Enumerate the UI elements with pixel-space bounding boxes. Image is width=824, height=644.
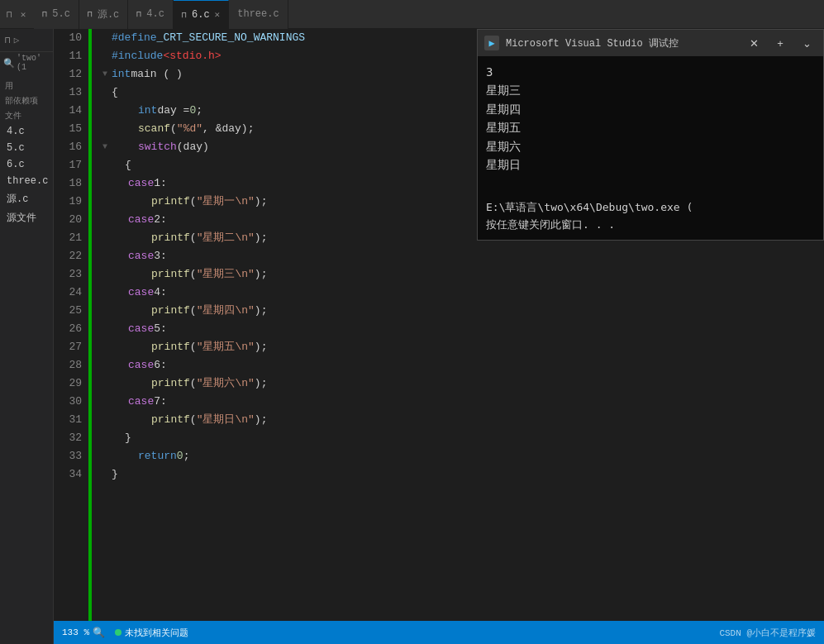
status-message-item[interactable]: 未找到相关问题 [115,627,188,639]
token-define: #define [112,29,157,47]
line-numbers: 1011121314151617181920212223242526272829… [54,29,88,621]
close-all-icon[interactable]: ✕ [17,7,30,21]
fold-icon-16[interactable]: ▼ [98,138,112,156]
line-number-34: 34 [54,465,82,484]
tab-label: 4.c [146,8,164,20]
console-output-line: 星期五 [486,118,815,136]
line-number-13: 13 [54,83,82,102]
line-number-22: 22 [54,247,82,265]
pin-icon[interactable]: ⊓ [3,7,16,21]
sidebar-search[interactable]: 🔍 'two' (1 [0,52,53,74]
sidebar-header: ⊓ ▷ [0,29,53,52]
tab-pin-icon: ⊓ [42,9,47,19]
sidebar-item-4c[interactable]: 4.c [0,123,53,140]
tab-pin-icon: ⊓ [182,10,187,20]
token-printf: printf [151,229,190,247]
tab-threec[interactable]: three.c [229,0,288,29]
token-case: case [128,356,154,374]
token-macro-name: _CRT_SECURE_NO_WARNINGS [157,29,305,47]
token-num: 0 [189,102,196,120]
sidebar: ⊓ ▷ 🔍 'two' (1 用 部依赖项 文件 4.c5.c6.cthree.… [0,29,54,644]
sidebar-item-源c[interactable]: 源.c [0,189,53,208]
zoom-item[interactable]: 133 % 🔍 [62,627,105,639]
code-line-33: return 0; [98,447,824,465]
token-printf-str: "星期日\n" [197,411,255,429]
tab-close-icon[interactable]: ✕ [215,9,221,20]
token-comma: , &day); [202,120,254,138]
console-menu-button[interactable]: ⌄ [797,35,817,51]
token-printf: printf [151,265,190,284]
console-close-button[interactable]: ✕ [744,35,764,51]
token-printf-paren: ( [190,265,197,284]
tab-bar: ⊓ ✕ ⊓5.c⊓源.c⊓4.c⊓6.c✕three.c [0,0,824,29]
fold-icon-12[interactable]: ▼ [98,65,112,83]
sidebar-item-源文件[interactable]: 源文件 [0,208,53,227]
sidebar-arrow-icon[interactable]: ▷ [14,35,20,45]
line-number-11: 11 [54,47,82,65]
token-printf-end: ); [255,265,268,284]
token-printf-str: "星期二\n" [197,229,255,247]
zoom-value: 133 % [62,627,89,637]
sidebar-item-5c[interactable]: 5.c [0,140,53,156]
token-brace: { [125,156,131,174]
token-case-num: 4: [154,284,167,302]
tab-4c[interactable]: ⊓4.c [128,0,174,29]
token-code: day = [157,102,189,120]
watermark: CSDN @小白不是程序媛 [719,627,816,639]
token-printf-str: "星期五\n" [197,338,255,356]
console-title-text: Microsoft Visual Studio 调试控 [506,36,737,50]
token-brace: { [112,83,118,102]
tab-6c[interactable]: ⊓6.c✕ [174,0,229,29]
token-printf: printf [151,302,190,320]
console-output-line: 3 [486,63,815,81]
token-case: case [128,320,154,338]
token-semi: ; [196,102,202,120]
token-case-num: 2: [154,211,167,229]
token-case-num: 3: [154,247,167,265]
line-number-33: 33 [54,447,82,465]
console-overlay: ▶ Microsoft Visual Studio 调试控 ✕ + ⌄ 3星期三… [477,29,824,241]
token-case: case [128,247,154,265]
token-case: case [128,174,154,193]
token-printf-paren: ( [190,374,197,393]
code-editor[interactable]: 1011121314151617181920212223242526272829… [54,29,824,621]
console-output-line: 星期三 [486,81,815,99]
line-number-31: 31 [54,411,82,429]
console-output-line: 星期日 [486,155,815,174]
code-line-23: printf("星期三\n"); [98,265,824,284]
search-icon[interactable]: 🔍 [3,58,15,69]
line-number-23: 23 [54,265,82,284]
token-case: case [128,284,154,302]
line-number-28: 28 [54,356,82,374]
line-number-27: 27 [54,338,82,356]
console-prompt: 按任意键关闭此窗口. . . [486,217,815,234]
line-number-30: 30 [54,393,82,411]
code-line-22: case 3: [98,247,824,265]
token-printf: printf [151,374,190,393]
code-line-26: case 5: [98,320,824,338]
tab-源c[interactable]: ⊓源.c [79,0,128,29]
status-dot [115,629,121,636]
token-printf-paren: ( [190,229,197,247]
tab-pin-icon: ⊓ [88,9,93,19]
tab-5c[interactable]: ⊓5.c [34,0,79,29]
status-message: 未找到相关问题 [125,627,188,639]
line-number-21: 21 [54,229,82,247]
console-path: E:\草语言\two\x64\Debug\two.exe ( [486,199,815,217]
token-printf-end: ); [255,229,268,247]
search-label: 'two' (1 [17,54,50,72]
sidebar-item-6c[interactable]: 6.c [0,156,53,173]
token-case-num: 6: [154,356,167,374]
console-add-button[interactable]: + [770,35,790,51]
sidebar-pin-icon[interactable]: ⊓ [5,35,11,45]
tab-bar-controls: ⊓ ✕ [3,7,29,21]
section-label-use: 用 [0,79,53,93]
token-return: return [138,447,177,465]
token-printf-str: "星期四\n" [197,302,255,320]
line-number-26: 26 [54,320,82,338]
code-line-28: case 6: [98,356,824,374]
token-switch-arg: (day) [177,138,209,156]
token-include: #include [112,47,163,65]
line-number-32: 32 [54,429,82,447]
sidebar-item-threec[interactable]: three.c [0,173,53,189]
